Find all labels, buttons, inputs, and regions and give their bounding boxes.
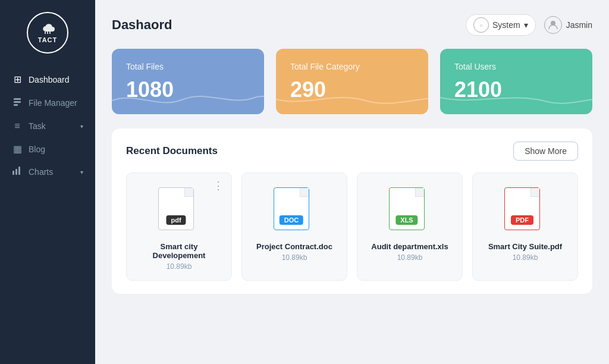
- file-manager-icon: [12, 97, 23, 109]
- doc-type-badge: PDF: [511, 215, 533, 225]
- sidebar: TACT ⊞ Dashboard File Manager ≡ Task ▾ ▦…: [0, 0, 95, 364]
- stat-label: Total Files: [126, 62, 250, 71]
- recent-docs-title: Recent Documents: [126, 145, 218, 157]
- doc-icon: PDF: [504, 187, 546, 235]
- wave-decoration: [276, 89, 428, 109]
- chevron-down-icon: ▾: [80, 169, 83, 175]
- sidebar-item-label: Blog: [29, 145, 45, 154]
- svg-rect-1: [14, 101, 21, 103]
- svg-rect-0: [14, 98, 21, 100]
- doc-size: 10.89kb: [513, 253, 538, 262]
- logo: TACT: [27, 12, 68, 54]
- sidebar-item-charts[interactable]: Charts ▾: [0, 161, 95, 183]
- user-profile[interactable]: Jasmin: [544, 16, 592, 34]
- blog-icon: ▦: [12, 143, 23, 155]
- doc-icon: DOC: [274, 187, 315, 235]
- doc-card: XLS Audit department.xls 10.89kb: [357, 172, 463, 281]
- doc-icon: pdf: [158, 187, 200, 235]
- system-label: System: [492, 20, 520, 30]
- charts-icon: [12, 167, 23, 177]
- wave-decoration: [440, 89, 592, 109]
- svg-rect-4: [15, 169, 17, 175]
- doc-name: Smart City Suite.pdf: [488, 242, 562, 251]
- page-title: Dashaord: [112, 17, 172, 33]
- cloud-icon: [39, 22, 56, 36]
- sidebar-item-task[interactable]: ≡ Task ▾: [0, 115, 95, 137]
- doc-card: ⋮ pdf Smart city Developement 10.89kb: [126, 172, 232, 281]
- sidebar-item-label: Dashboard: [29, 75, 70, 84]
- sidebar-item-label: Task: [29, 121, 46, 131]
- stat-label: Total File Category: [290, 62, 414, 71]
- sidebar-item-label: Charts: [29, 167, 53, 177]
- recent-documents-section: Recent Documents Show More ⋮ pdf Smart c…: [112, 128, 592, 294]
- doc-type-badge: DOC: [280, 215, 303, 225]
- system-icon: ○: [473, 17, 489, 33]
- system-chevron-icon: ▾: [524, 20, 528, 30]
- svg-rect-5: [18, 167, 20, 175]
- wave-decoration: [112, 89, 264, 109]
- stat-card-total-users: Total Users 2100: [440, 49, 592, 114]
- nav-items: ⊞ Dashboard File Manager ≡ Task ▾ ▦ Blog…: [0, 68, 95, 183]
- system-button[interactable]: ○ System ▾: [466, 14, 536, 36]
- sidebar-item-blog[interactable]: ▦ Blog: [0, 137, 95, 161]
- doc-icon: XLS: [389, 187, 431, 235]
- page-header: Dashaord ○ System ▾ Jasmin: [112, 14, 592, 36]
- sidebar-item-dashboard[interactable]: ⊞ Dashboard: [0, 68, 95, 91]
- main-content: Dashaord ○ System ▾ Jasmin Total Files 1…: [95, 0, 609, 364]
- task-icon: ≡: [12, 121, 23, 131]
- stat-card-total-files: Total Files 1080: [112, 49, 264, 114]
- chevron-down-icon: ▾: [80, 123, 83, 130]
- user-name: Jasmin: [566, 20, 592, 30]
- logo-text: TACT: [38, 36, 58, 43]
- stat-cards: Total Files 1080 Total File Category 290…: [112, 49, 592, 114]
- doc-menu-icon[interactable]: ⋮: [213, 179, 224, 192]
- doc-name: Audit department.xls: [371, 242, 448, 251]
- header-right: ○ System ▾ Jasmin: [466, 14, 592, 36]
- doc-size: 10.89kb: [282, 253, 307, 262]
- show-more-button[interactable]: Show More: [513, 142, 578, 161]
- dashboard-icon: ⊞: [12, 74, 23, 85]
- doc-size: 10.89kb: [397, 253, 423, 262]
- doc-card: DOC Project Contract.doc 10.89kb: [241, 172, 347, 281]
- doc-type-badge: pdf: [166, 215, 186, 225]
- doc-type-badge: XLS: [395, 215, 417, 225]
- avatar: [544, 16, 562, 34]
- svg-rect-3: [12, 171, 14, 175]
- stat-card-total-category: Total File Category 290: [276, 49, 428, 114]
- doc-name: Smart city Developement: [136, 242, 222, 260]
- doc-name: Project Contract.doc: [256, 242, 332, 251]
- sidebar-item-file-manager[interactable]: File Manager: [0, 91, 95, 115]
- svg-rect-2: [14, 104, 18, 106]
- stat-label: Total Users: [454, 62, 578, 71]
- doc-size: 10.89kb: [167, 262, 192, 271]
- sidebar-item-label: File Manager: [29, 98, 77, 108]
- recent-docs-header: Recent Documents Show More: [126, 142, 578, 161]
- doc-card: PDF Smart City Suite.pdf 10.89kb: [472, 172, 578, 281]
- docs-grid: ⋮ pdf Smart city Developement 10.89kb DO…: [126, 172, 578, 281]
